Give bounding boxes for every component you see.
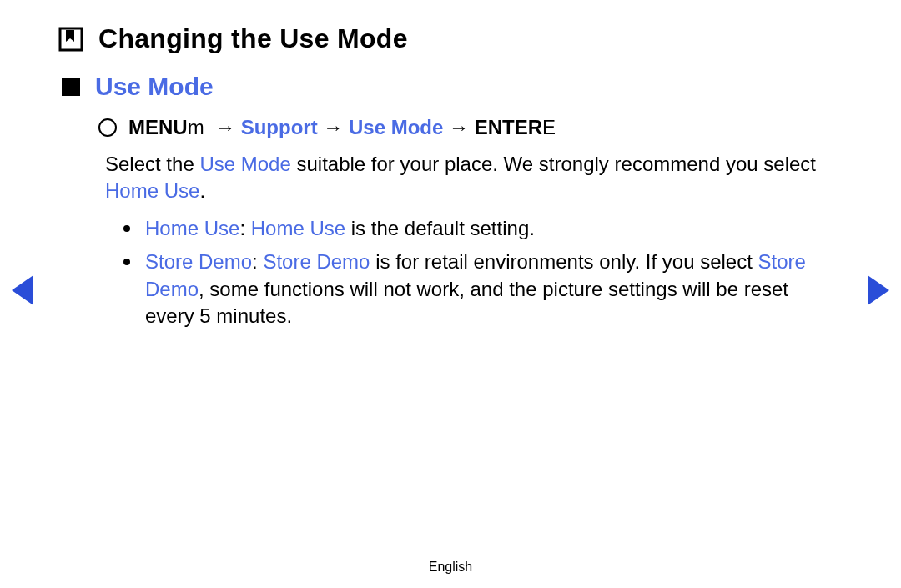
intro-text: . (199, 179, 205, 202)
bullet-mid: is for retail environments only. If you … (370, 250, 758, 273)
arrow-icon: → (323, 116, 343, 138)
manual-page: Changing the Use Mode Use Mode MENUm → S… (0, 0, 901, 588)
path-support: Support (241, 116, 318, 138)
bullet-term: Store Demo (263, 250, 370, 273)
footer-language: English (0, 560, 901, 575)
path-use-mode: Use Mode (349, 116, 443, 138)
page-title-row: Changing the Use Mode (58, 23, 843, 54)
list-item: Home Use: Home Use is the default settin… (123, 215, 843, 242)
section-bullet-icon (62, 78, 80, 96)
bullet-term: Home Use (145, 217, 239, 239)
menu-suffix: m (188, 116, 204, 138)
menu-path-row: MENUm → Support → Use Mode → ENTERE (98, 116, 843, 139)
bullet-sep: : (239, 217, 250, 239)
arrow-icon: → (449, 116, 469, 138)
bullet-text: Home Use: Home Use is the default settin… (145, 215, 535, 242)
section-heading-row: Use Mode (58, 73, 843, 101)
bullet-text: Store Demo: Store Demo is for retail env… (145, 249, 843, 329)
enter-suffix: E (542, 116, 556, 138)
dot-bullet-icon (123, 225, 130, 232)
bullet-term: Store Demo (145, 250, 252, 273)
menu-path: MENUm → Support → Use Mode → ENTERE (128, 116, 556, 139)
list-item: Store Demo: Store Demo is for retail env… (123, 249, 843, 329)
bullet-rest: is the default setting. (345, 217, 535, 239)
bookmark-icon (58, 27, 83, 52)
enter-label: ENTER (475, 116, 542, 138)
intro-highlight-use-mode: Use Mode (199, 153, 290, 175)
dot-bullet-icon (123, 259, 130, 265)
menu-label: MENU (128, 116, 188, 138)
bullet-rest: , some functions will not work, and the … (145, 278, 788, 327)
bullet-sep: : (252, 250, 263, 273)
circle-bullet-icon (98, 118, 117, 137)
prev-page-arrow-icon[interactable] (12, 275, 33, 305)
bullet-list: Home Use: Home Use is the default settin… (123, 215, 843, 330)
intro-paragraph: Select the Use Mode suitable for your pl… (105, 151, 843, 205)
arrow-icon: → (215, 116, 235, 138)
bullet-term: Home Use (251, 217, 345, 239)
intro-text: Select the (105, 153, 199, 175)
intro-text: suitable for your place. We strongly rec… (291, 153, 816, 175)
next-page-arrow-icon[interactable] (868, 275, 889, 305)
page-title: Changing the Use Mode (98, 23, 408, 54)
intro-highlight-home-use: Home Use (105, 179, 199, 202)
section-heading: Use Mode (95, 73, 214, 101)
content-area: MENUm → Support → Use Mode → ENTERE Sele… (98, 116, 843, 329)
